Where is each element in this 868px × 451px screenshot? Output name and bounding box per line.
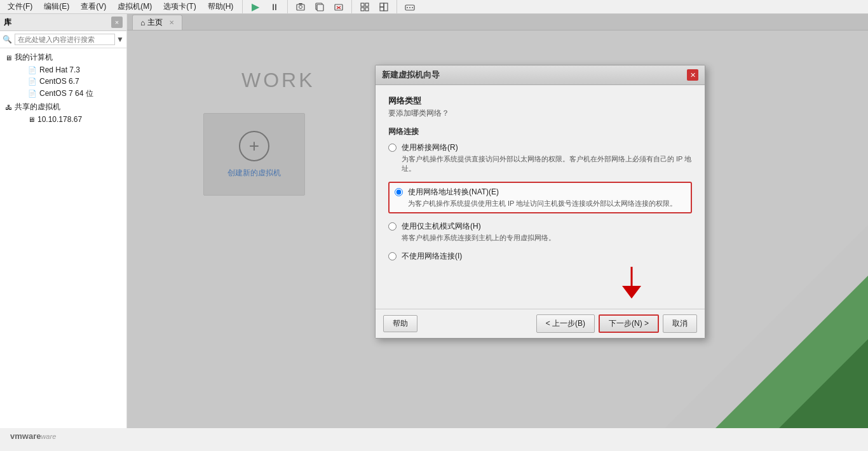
- dialog-title: 新建虚拟机向导: [382, 69, 440, 81]
- dialog-body: 网络类型 要添加哪类网络？ 网络连接 使用桥接网络(R) 为客户机操作系统提供直…: [376, 85, 705, 309]
- radio-nonet[interactable]: [388, 252, 397, 260]
- sidebar-close-button[interactable]: ×: [111, 17, 123, 28]
- svg-rect-4: [317, 4, 323, 11]
- menu-edit[interactable]: 编辑(E): [39, 0, 74, 13]
- radio-bridge-label[interactable]: 使用桥接网络(R): [402, 143, 458, 152]
- play-button[interactable]: ▶: [247, 0, 264, 16]
- vmware-logo: vmwareware: [10, 431, 56, 441]
- radio-hostonly-label[interactable]: 使用仅主机模式网络(H): [402, 222, 481, 231]
- vm-icon: 📄: [28, 66, 37, 74]
- arrow-down-svg: [622, 267, 641, 299]
- sidebar-item-my-computer[interactable]: 🖥 我的计算机: [0, 51, 126, 64]
- sidebar-tree: 🖥 我的计算机 📄 Red Hat 7.3 📄 CentOS 6.7 📄 Cen…: [0, 48, 126, 428]
- radio-hostonly-desc: 将客户机操作系统连接到主机上的专用虚拟网络。: [402, 233, 692, 243]
- radio-option-bridge: 使用桥接网络(R) 为客户机操作系统提供直接访问外部以太网络的权限。客户机在外部…: [388, 142, 692, 174]
- content-area: ⌂ 主页 ✕ WORK + 创建新的虚拟机: [127, 14, 868, 428]
- restore-button[interactable]: [311, 0, 329, 16]
- sidebar-my-computer-label: 我的计算机: [15, 52, 53, 63]
- dialog-footer-right: < 上一步(B) 下一步(N) > 取消: [536, 314, 697, 333]
- menu-vm[interactable]: 虚拟机(M): [112, 0, 157, 13]
- radio-bridge-desc: 为客户机操作系统提供直接访问外部以太网络的权限。客户机在外部网络上必须有自己的 …: [402, 154, 692, 174]
- dialog-section-title: 网络类型: [388, 95, 692, 107]
- radio-bridge-content: 使用桥接网络(R) 为客户机操作系统提供直接访问外部以太网络的权限。客户机在外部…: [402, 142, 692, 174]
- svg-point-16: [407, 7, 408, 8]
- help-button[interactable]: 帮助: [383, 315, 417, 332]
- separator2: [287, 0, 288, 14]
- ip-icon: 🖥: [28, 116, 35, 123]
- radio-hostonly-content: 使用仅主机模式网络(H) 将客户机操作系统连接到主机上的专用虚拟网络。: [402, 221, 692, 243]
- separator: [242, 0, 243, 14]
- svg-point-18: [412, 7, 413, 8]
- svg-rect-13: [384, 3, 388, 11]
- main-layout: 库 × 🔍 ▼ 🖥 我的计算机 📄 Red Hat 7.3 📄 CentOS 6: [0, 14, 868, 428]
- sidebar-item-centos764[interactable]: 📄 CentOS 7 64 位: [23, 87, 126, 100]
- computer-icon: 🖥: [5, 54, 12, 62]
- separator4: [397, 0, 397, 14]
- menu-help[interactable]: 帮助(H): [203, 0, 239, 13]
- sidebar-title: 库: [4, 17, 11, 28]
- dialog-section-sub: 要添加哪类网络？: [388, 108, 692, 119]
- radio-option-hostonly: 使用仅主机模式网络(H) 将客户机操作系统连接到主机上的专用虚拟网络。: [388, 221, 692, 243]
- svg-marker-23: [622, 286, 641, 299]
- sidebar-item-centos67[interactable]: 📄 CentOS 6.7: [23, 76, 126, 87]
- dialog-titlebar: 新建虚拟机向导 ✕: [376, 65, 705, 85]
- fullscreen-button[interactable]: [356, 0, 374, 16]
- radio-hostonly[interactable]: [388, 222, 397, 231]
- radio-nat[interactable]: [395, 188, 403, 196]
- snapshot-button[interactable]: [292, 0, 309, 16]
- svg-rect-2: [299, 3, 302, 4]
- network-connection-label: 网络连接: [388, 126, 692, 137]
- dialog-close-button[interactable]: ✕: [687, 69, 698, 81]
- svg-rect-8: [361, 3, 364, 6]
- svg-rect-14: [380, 7, 384, 11]
- radio-nat-label[interactable]: 使用网络地址转换(NAT)(E): [408, 187, 499, 196]
- unity-button[interactable]: [375, 0, 393, 16]
- cancel-button[interactable]: 取消: [663, 314, 697, 333]
- search-icon: 🔍: [3, 35, 12, 44]
- dialog-footer: 帮助 < 上一步(B) 下一步(N) > 取消: [376, 309, 705, 338]
- svg-rect-11: [365, 8, 369, 11]
- svg-rect-9: [365, 3, 369, 6]
- sidebar-header: 库 ×: [0, 14, 126, 31]
- sidebar-item-redhat73[interactable]: 📄 Red Hat 7.3: [23, 64, 126, 76]
- sidebar-ip-label: 10.10.178.67: [37, 115, 82, 124]
- sidebar-item-shared[interactable]: 🖧 共享的虚拟机: [0, 100, 126, 114]
- pause-button[interactable]: ⏸: [266, 0, 283, 16]
- radio-option-nat: 使用网络地址转换(NAT)(E) 为客户机操作系统提供使用主机 IP 地址访问主…: [388, 182, 692, 213]
- new-vm-dialog: 新建虚拟机向导 ✕ 网络类型 要添加哪类网络？ 网络连接 使用桥接网络(R): [375, 65, 705, 339]
- sidebar-item-ip[interactable]: 🖥 10.10.178.67: [23, 114, 126, 125]
- radio-group: 使用桥接网络(R) 为客户机操作系统提供直接访问外部以太网络的权限。客户机在外部…: [388, 142, 692, 262]
- sidebar-centos764-label: CentOS 7 64 位: [39, 88, 93, 99]
- menu-tabs[interactable]: 选项卡(T): [158, 0, 201, 13]
- next-button[interactable]: 下一步(N) >: [599, 314, 659, 333]
- search-input[interactable]: [15, 34, 115, 45]
- modal-overlay: 新建虚拟机向导 ✕ 网络类型 要添加哪类网络？ 网络连接 使用桥接网络(R): [127, 14, 868, 428]
- back-button[interactable]: < 上一步(B): [536, 314, 595, 333]
- sidebar-centos67-label: CentOS 6.7: [39, 77, 79, 86]
- menu-bar: 文件(F) 编辑(E) 查看(V) 虚拟机(M) 选项卡(T) 帮助(H) ▶ …: [0, 0, 868, 14]
- svg-rect-12: [380, 3, 384, 7]
- shared-icon: 🖧: [5, 104, 12, 111]
- delete-snapshot-button[interactable]: [330, 0, 348, 16]
- arrow-down-area: [388, 267, 692, 299]
- vm-icon3: 📄: [28, 90, 37, 98]
- svg-rect-10: [361, 8, 364, 11]
- sidebar-redhat-label: Red Hat 7.3: [39, 65, 80, 74]
- radio-nonet-content: 不使用网络连接(I): [402, 251, 692, 262]
- sidebar-shared-label: 共享的虚拟机: [15, 102, 60, 112]
- radio-nat-content: 使用网络地址转换(NAT)(E) 为客户机操作系统提供使用主机 IP 地址访问主…: [408, 187, 686, 208]
- menu-file[interactable]: 文件(F): [3, 0, 37, 13]
- svg-point-17: [409, 7, 410, 8]
- radio-nonet-label[interactable]: 不使用网络连接(I): [402, 252, 462, 260]
- svg-point-1: [299, 5, 302, 8]
- radio-option-nonet: 不使用网络连接(I): [388, 251, 692, 262]
- search-dropdown-icon[interactable]: ▼: [116, 35, 124, 44]
- radio-nat-desc: 为客户机操作系统提供使用主机 IP 地址访问主机拨号连接或外部以太网络连接的权限…: [408, 199, 686, 208]
- vm-icon2: 📄: [28, 77, 37, 86]
- sidebar-search-area: 🔍 ▼: [0, 31, 126, 48]
- sidebar: 库 × 🔍 ▼ 🖥 我的计算机 📄 Red Hat 7.3 📄 CentOS 6: [0, 14, 127, 428]
- radio-bridge[interactable]: [388, 144, 397, 152]
- send-ctrl-alt-del[interactable]: [401, 0, 419, 16]
- menu-view[interactable]: 查看(V): [76, 0, 111, 13]
- separator3: [351, 0, 352, 14]
